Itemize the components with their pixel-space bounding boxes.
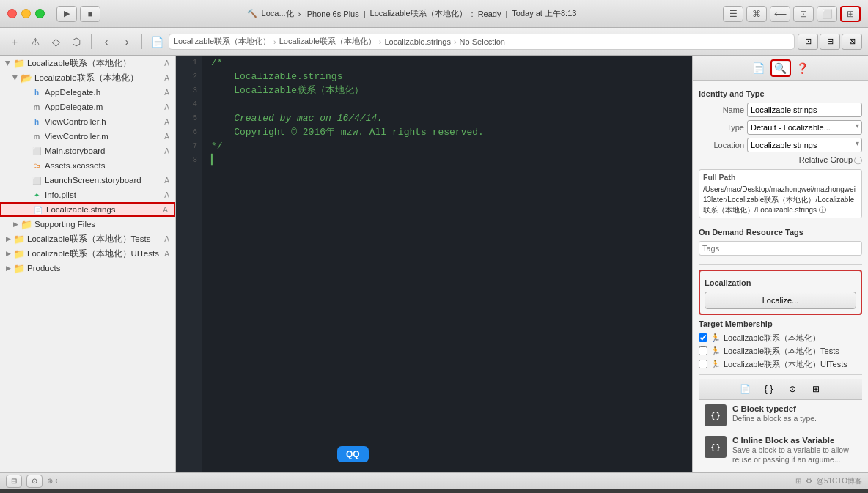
snippet-list: { } C Block typedef Define a block as a … bbox=[699, 400, 862, 472]
test-button[interactable]: ◇ bbox=[47, 33, 65, 51]
snippet-item-2[interactable]: { } C Inline Block as Variable Save a bl… bbox=[699, 431, 862, 470]
back-button[interactable]: ‹ bbox=[98, 33, 115, 51]
panel-tab-quick-help[interactable]: ❓ bbox=[792, 59, 813, 77]
sidebar-item-label: Localizable联系（本地化）UITests bbox=[27, 248, 164, 259]
qq-button[interactable]: QQ bbox=[337, 446, 369, 462]
snippet-item-3[interactable]: { } C typedef Define a typedef. bbox=[699, 470, 862, 472]
bottom-panel-toggle[interactable]: ⊟ bbox=[820, 34, 840, 50]
localize-button[interactable]: Localize... bbox=[705, 292, 856, 309]
sidebar-item-appdelegate-h[interactable]: h AppDelegate.h A bbox=[0, 85, 175, 100]
debug-button[interactable]: ⬡ bbox=[67, 33, 85, 51]
status-controls: ⊕ ⟵ bbox=[47, 477, 65, 485]
close-button[interactable] bbox=[7, 9, 17, 18]
left-panel-button[interactable]: ⊡ bbox=[793, 6, 814, 22]
snippet-icon-1: { } bbox=[705, 404, 727, 426]
sidebar-badge: A bbox=[164, 177, 172, 185]
target-checkbox-3[interactable] bbox=[699, 360, 707, 368]
sidebar-item-label: Info.plist bbox=[45, 190, 164, 199]
status-nav-btn[interactable]: ⊟ bbox=[6, 475, 22, 488]
relative-group-icon: ⓘ bbox=[854, 155, 862, 166]
forward-button[interactable]: › bbox=[118, 33, 136, 51]
target-checkbox-2[interactable] bbox=[699, 346, 707, 355]
traffic-lights[interactable] bbox=[7, 9, 45, 18]
name-input[interactable] bbox=[747, 103, 862, 117]
app-icon: 🔨 bbox=[247, 9, 257, 18]
code-line-6: Copyright © 2016年 mzw. All rights reserv… bbox=[211, 125, 683, 139]
sidebar-item-tests[interactable]: ▶ 📁 Localizable联系（本地化）Tests A bbox=[0, 231, 175, 246]
sidebar-item-localized-folder[interactable]: ▶ 📂 Localizable联系（本地化） A bbox=[0, 70, 175, 85]
sidebar-item-label: AppDelegate.m bbox=[45, 103, 164, 111]
sidebar-item-root[interactable]: ▶ 📁 Localizable联系（本地化） A bbox=[0, 56, 175, 70]
bc-item2[interactable]: Localizable联系（本地化） bbox=[279, 36, 376, 47]
add-button[interactable]: + bbox=[6, 33, 23, 51]
line-5: 5 bbox=[176, 111, 197, 125]
sidebar-item-supporting-files[interactable]: ▶ 📁 Supporting Files bbox=[0, 217, 175, 231]
sidebar-item-info-plist[interactable]: ✦ Info.plist A bbox=[0, 188, 175, 202]
sidebar-badge: A bbox=[164, 89, 172, 97]
sidebar-item-launchscreen[interactable]: ⬜ LaunchScreen.storyboard A bbox=[0, 173, 175, 188]
panel-tab-file[interactable]: 📄 bbox=[749, 59, 769, 77]
code-editor[interactable]: 1 2 3 4 5 6 7 8 /* Localizable.strings L… bbox=[176, 56, 692, 472]
title-bar-controls: ▶ ■ bbox=[56, 6, 100, 22]
on-demand-title: On Demand Resource Tags bbox=[699, 228, 862, 237]
snippet-tab-block[interactable]: { } bbox=[759, 381, 779, 397]
sidebar-item-label: ViewController.h bbox=[45, 117, 164, 126]
name-label: Name bbox=[699, 105, 744, 114]
sidebar-item-viewcontroller-m[interactable]: m ViewController.m A bbox=[0, 129, 175, 144]
nav-panel-toggle[interactable]: ⊡ bbox=[798, 34, 818, 50]
sidebar-item-products[interactable]: ▶ 📁 Products bbox=[0, 261, 175, 275]
sidebar-item-viewcontroller-h[interactable]: h ViewController.h A bbox=[0, 114, 175, 129]
tags-input[interactable] bbox=[699, 241, 862, 256]
bc-item3[interactable]: Localizable.strings bbox=[384, 37, 451, 46]
sidebar-item-appdelegate-m[interactable]: m AppDelegate.m A bbox=[0, 100, 175, 114]
run-button[interactable]: ▶ bbox=[56, 6, 77, 22]
target-row-3: 🏃 Localizable联系（本地化）UITests bbox=[699, 359, 862, 370]
target-checkbox-1[interactable] bbox=[699, 333, 707, 342]
snippet-tab-class[interactable]: ⊙ bbox=[782, 381, 803, 397]
snippet-tab-grid[interactable]: ⊞ bbox=[806, 381, 826, 397]
settings-btn[interactable]: ⚙ bbox=[806, 477, 812, 485]
snippet-tab-file[interactable]: 📄 bbox=[735, 381, 756, 397]
title-center: 🔨 Loca...化 › iPhone 6s Plus | Localizabl… bbox=[106, 8, 717, 19]
grid-btn[interactable]: ⊞ bbox=[795, 477, 801, 485]
type-select[interactable]: Default - Localizable... bbox=[747, 120, 862, 135]
stop-button[interactable]: ■ bbox=[80, 6, 100, 22]
bc-item1[interactable]: Localizable联系（本地化） bbox=[174, 36, 271, 47]
location-label: Location bbox=[699, 141, 744, 149]
type-select-wrap: Default - Localizable... bbox=[747, 120, 862, 135]
sidebar-item-main-storyboard[interactable]: ⬜ Main.storyboard A bbox=[0, 144, 175, 158]
xcassets-icon: 🗂 bbox=[31, 160, 43, 171]
code-line-8[interactable]: ▎ bbox=[211, 153, 683, 167]
bookmark-button[interactable]: 📄 bbox=[148, 33, 166, 51]
quick-open-button[interactable]: ⌘ bbox=[746, 6, 767, 22]
identity-type-title: Identity and Type bbox=[699, 89, 862, 98]
view-menu-button[interactable]: ☰ bbox=[723, 6, 743, 22]
sidebar-item-uitests[interactable]: ▶ 📁 Localizable联系（本地化）UITests A bbox=[0, 246, 175, 261]
snippet-item-1[interactable]: { } C Block typedef Define a block as a … bbox=[699, 400, 862, 431]
full-path-value: /Users/mac/Desktop/mazhongwei/mazhongwei… bbox=[703, 185, 858, 215]
sidebar-item-assets[interactable]: 🗂 Assets.xcassets bbox=[0, 158, 175, 173]
code-line-5: Created by mac on 16/4/14. bbox=[211, 111, 683, 125]
minimize-button[interactable] bbox=[21, 9, 31, 18]
right-panel-toggle[interactable]: ⊠ bbox=[842, 34, 862, 50]
status-issue-btn[interactable]: ⊙ bbox=[26, 475, 43, 488]
separator2 bbox=[141, 34, 142, 49]
line-8: 8 bbox=[176, 153, 197, 167]
panel-tab-inspector[interactable]: 🔍 bbox=[770, 59, 791, 77]
code-area[interactable]: /* Localizable.strings Localizable联系（本地化… bbox=[202, 56, 692, 472]
right-panel-button[interactable]: ⊞ bbox=[840, 6, 861, 22]
location-select[interactable]: Localizable.strings bbox=[747, 138, 862, 152]
breadcrumb[interactable]: Localizable联系（本地化） › Localizable联系（本地化） … bbox=[169, 34, 795, 50]
plist-icon: ✦ bbox=[31, 190, 43, 200]
breakpoint-button[interactable]: ⟵ bbox=[770, 6, 790, 22]
sidebar-item-localizable-strings[interactable]: 📄 Localizable.strings A bbox=[0, 202, 175, 217]
device-name[interactable]: iPhone 6s Plus bbox=[305, 10, 358, 18]
sidebar-badge: A bbox=[164, 59, 172, 67]
fullscreen-button[interactable] bbox=[35, 9, 45, 18]
status-bar: ⊟ ⊙ ⊕ ⟵ ⊞ ⚙ @51CTO博客 bbox=[0, 472, 868, 489]
bottom-panel-button[interactable]: ⬜ bbox=[817, 6, 837, 22]
storyboard-icon2: ⬜ bbox=[31, 175, 43, 185]
bc-item4[interactable]: No Selection bbox=[460, 37, 505, 46]
issue-button[interactable]: ⚠ bbox=[26, 33, 44, 51]
sidebar-badge: A bbox=[163, 206, 171, 214]
